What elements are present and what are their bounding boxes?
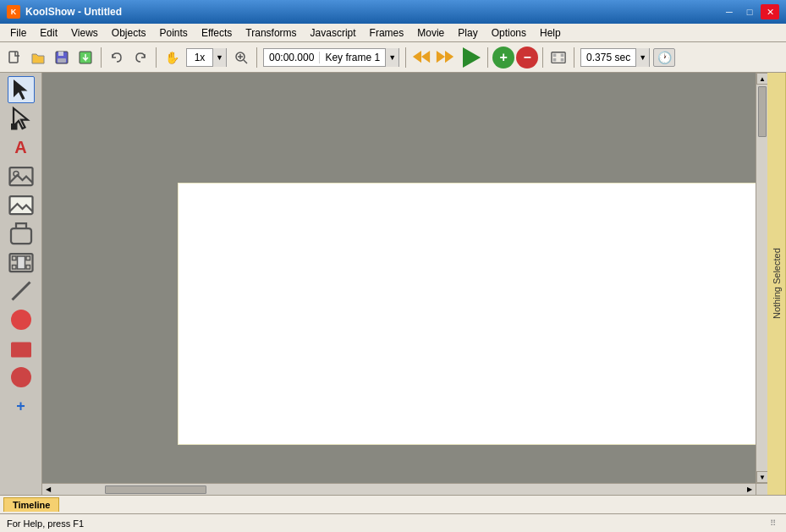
tool-line[interactable] [8, 277, 35, 304]
frame-dropdown-button[interactable]: ▼ [385, 48, 398, 67]
menu-objects[interactable]: Objects [105, 25, 153, 41]
menu-javascript[interactable]: Javascript [304, 25, 363, 41]
horizontal-scrollbar[interactable]: ◀ ▶ [42, 483, 756, 495]
menu-movie[interactable]: Movie [410, 25, 451, 41]
tool-image[interactable] [8, 162, 35, 189]
menu-play[interactable]: Play [451, 25, 484, 41]
tool-film[interactable] [8, 249, 35, 276]
sep3 [256, 47, 257, 68]
next-frame-button[interactable] [434, 48, 456, 67]
svg-line-6 [244, 60, 247, 63]
svg-rect-0 [9, 52, 18, 63]
hand-tool[interactable]: ✋ [161, 47, 183, 69]
hscroll-right-button[interactable]: ▶ [744, 484, 756, 496]
title-bar: K KoolShow - Untitled ─ □ ✕ [0, 0, 786, 24]
toolbar: ✋ 1x ▼ 00:00.000 Key frame 1 ▼ + − 0.375… [0, 42, 786, 73]
resize-grip[interactable]: ⠿ [766, 517, 779, 530]
menu-edit[interactable]: Edit [33, 25, 64, 41]
svg-rect-25 [11, 228, 31, 244]
hscroll-left-button[interactable]: ◀ [42, 484, 54, 496]
vscroll-thumb[interactable] [758, 86, 767, 137]
svg-rect-16 [553, 58, 557, 61]
zoom-value: 1x [187, 52, 212, 63]
timeline-area: Timeline [0, 495, 786, 513]
tool-text[interactable]: A [8, 134, 35, 161]
frame-value: Key frame 1 [319, 52, 385, 63]
redo-button[interactable] [129, 47, 151, 69]
tool-ellipse[interactable] [8, 306, 35, 333]
svg-marker-10 [421, 51, 430, 63]
vscroll-up-button[interactable]: ▲ [756, 73, 767, 85]
tool-shape[interactable] [8, 220, 35, 247]
main-area: A + ▲ ▼ [0, 73, 786, 495]
filmstrip-button[interactable] [547, 47, 569, 69]
svg-rect-34 [11, 343, 31, 358]
svg-marker-12 [445, 51, 453, 63]
sep4 [405, 47, 406, 68]
vertical-scrollbar[interactable]: ▲ ▼ [756, 73, 767, 483]
menu-help[interactable]: Help [533, 25, 568, 41]
status-message: For Help, press F1 [7, 518, 84, 529]
status-bar: For Help, press F1 ⠿ [0, 513, 786, 532]
play-button[interactable] [458, 47, 483, 69]
menu-points[interactable]: Points [153, 25, 195, 41]
menu-effects[interactable]: Effects [195, 25, 239, 41]
undo-button[interactable] [106, 47, 128, 69]
time-control[interactable]: 00:00.000 Key frame 1 ▼ [263, 48, 399, 67]
tool-add[interactable]: + [8, 392, 35, 420]
tool-rect[interactable] [8, 335, 35, 362]
toolbox: A + [0, 73, 42, 495]
svg-marker-13 [463, 47, 481, 68]
menu-bar: File Edit Views Objects Points Effects T… [0, 24, 786, 42]
sep1 [101, 47, 102, 68]
svg-marker-19 [14, 80, 28, 100]
window-title: KoolShow - Untitled [25, 6, 122, 18]
timeline-tab[interactable]: Timeline [3, 497, 59, 512]
menu-transforms[interactable]: Transforms [239, 25, 303, 41]
svg-rect-27 [12, 256, 16, 261]
svg-rect-3 [58, 58, 66, 63]
duration-value: 0.375 sec [581, 52, 635, 63]
tool-select-node[interactable] [8, 105, 35, 132]
svg-rect-2 [58, 52, 63, 56]
hscroll-thumb[interactable] [105, 485, 206, 494]
tool-image2[interactable] [8, 191, 35, 218]
menu-frames[interactable]: Frames [363, 25, 411, 41]
svg-line-32 [12, 282, 30, 300]
canvas-area: ▲ ▼ ◀ ▶ [42, 73, 767, 495]
open-button[interactable] [27, 47, 49, 69]
svg-rect-22 [9, 167, 32, 185]
zoom-dropdown-button[interactable]: ▼ [212, 48, 226, 67]
remove-frame-button[interactable]: − [516, 47, 538, 69]
close-button[interactable]: ✕ [761, 4, 779, 19]
svg-rect-24 [9, 196, 32, 214]
maximize-button[interactable]: □ [740, 4, 759, 19]
svg-rect-28 [12, 265, 16, 269]
minimize-button[interactable]: ─ [720, 4, 739, 19]
svg-rect-31 [17, 256, 25, 269]
sep7 [574, 47, 574, 68]
sep2 [156, 47, 157, 68]
title-bar-controls: ─ □ ✕ [720, 4, 779, 19]
svg-marker-11 [437, 51, 445, 63]
menu-file[interactable]: File [3, 25, 33, 41]
history-button[interactable]: 🕐 [653, 48, 675, 67]
duration-control[interactable]: 0.375 sec ▼ [580, 48, 650, 67]
svg-point-35 [11, 367, 31, 387]
tool-ball[interactable] [8, 364, 35, 391]
zoom-control[interactable]: 1x ▼ [186, 48, 227, 67]
menu-views[interactable]: Views [64, 25, 105, 41]
save-button[interactable] [51, 47, 73, 69]
tool-select[interactable] [8, 76, 35, 103]
svg-rect-17 [561, 53, 564, 57]
add-frame-button[interactable]: + [492, 47, 514, 69]
export-button[interactable] [74, 47, 96, 69]
menu-options[interactable]: Options [485, 25, 533, 41]
sep5 [487, 47, 488, 68]
vscroll-down-button[interactable]: ▼ [756, 471, 767, 483]
new-button[interactable] [3, 47, 25, 69]
prev-frame-button[interactable] [410, 48, 432, 67]
duration-dropdown-button[interactable]: ▼ [635, 48, 649, 67]
time-value: 00:00.000 [264, 52, 319, 63]
zoom-in-button[interactable] [230, 47, 252, 69]
